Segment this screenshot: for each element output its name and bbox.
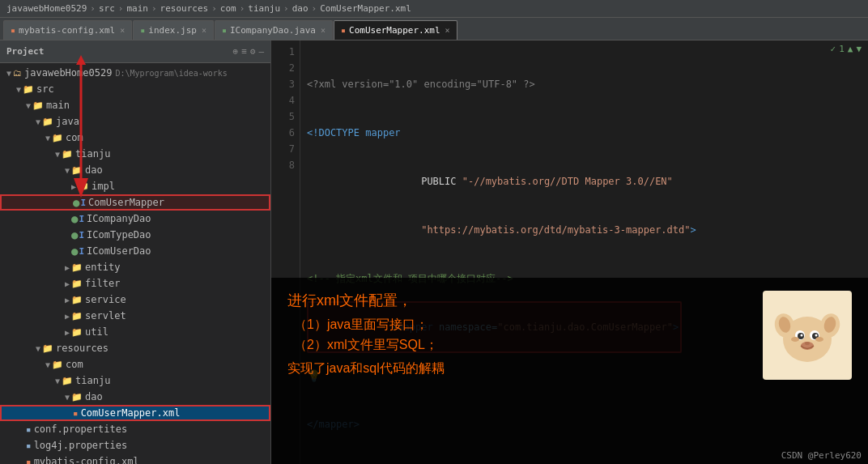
tree-item-src[interactable]: ▼ 📁 src [0, 81, 270, 97]
tree-item-main[interactable]: ▼ 📁 main [0, 97, 270, 113]
dtd-url: "https://mybatis.org/dtd/mybatis-3-mappe… [421, 224, 690, 236]
tree-item-com[interactable]: ▼ 📁 com [0, 130, 270, 146]
breadcrumb-sep: › [118, 3, 124, 14]
code-line-4: "https://mybatis.org/dtd/mybatis-3-mappe… [307, 222, 862, 238]
tree-item-label: util [85, 326, 108, 338]
annotation-footer: 实现了java和sql代码的解耦 [287, 360, 747, 377]
tab-label: index.jsp [148, 25, 197, 36]
folder-icon: 📁 [71, 279, 83, 289]
props-file-icon: ▪ [26, 441, 32, 451]
public-keyword: PUBLIC [421, 176, 462, 187]
tree-item-service[interactable]: ▶ 📁 service [0, 292, 270, 308]
tree-item-label: dao [85, 164, 103, 176]
expand-arrow: ▼ [36, 117, 40, 126]
tree-item-servlet[interactable]: ▶ 📁 servlet [0, 308, 270, 324]
tree-item-entity[interactable]: ▶ 📁 entity [0, 259, 270, 275]
svg-point-11 [815, 334, 818, 337]
tree-item-label: ComUserMapper.xml [81, 407, 181, 419]
xml-file-icon: ▪ [11, 26, 15, 35]
expand-arrow: ▶ [71, 182, 76, 191]
settings-icon[interactable]: ⚙ [250, 46, 256, 57]
code-line-2: <!DOCTYPE mapper [307, 125, 862, 141]
breadcrumb-sep: › [240, 3, 245, 14]
annotation-text: 进行xml文件配置， （1）java里面写接口； （2）xml文件里写SQL； … [287, 291, 747, 451]
scroll-up-icon[interactable]: ▲ [848, 44, 853, 54]
folder-icon: 📁 [71, 295, 83, 305]
tree-item-comusermapper-java[interactable]: ● I ComUserMapper [0, 194, 270, 211]
line-number: 7 [271, 141, 295, 157]
tree-item-icomuserdao[interactable]: ● I IComUserDao [0, 243, 270, 259]
doctype-close: > [691, 224, 696, 236]
breadcrumb-item: main [126, 3, 148, 14]
code-content: PUBLIC "-//mybatis.org//DTD Mapper 3.0//… [307, 157, 673, 206]
expand-arrow: ▼ [6, 69, 11, 78]
tree-item-log4j-props[interactable]: ▪ log4j.properties [0, 437, 270, 453]
svg-point-13 [791, 337, 799, 342]
sidebar-title: Project [6, 46, 44, 57]
dog-avatar [767, 295, 848, 376]
editor-panel: 1 2 3 4 5 6 7 8 <?xml version="1.0" enco… [271, 40, 868, 464]
tree-item-tianju[interactable]: ▼ 📁 tianju [0, 146, 270, 162]
props-file-icon: ▪ [26, 424, 32, 435]
svg-point-14 [815, 337, 823, 342]
tree-item-label: dao [85, 391, 103, 402]
breadcrumb: javawebHome0529 › src › main › resources… [6, 3, 411, 14]
interface-icon: ● [71, 212, 78, 225]
tree-item-java[interactable]: ▼ 📁 java [0, 113, 270, 130]
tab-close-icon[interactable]: × [202, 26, 206, 35]
tab-mybatis-config[interactable]: ▪ mybatis-config.xml × [3, 20, 132, 40]
tree-item-conf-props[interactable]: ▪ conf.propertites [0, 421, 270, 437]
tree-item-icompanydao[interactable]: ● I ICompanyDao [0, 211, 270, 227]
tree-item-icomtypedao[interactable]: ● I IComTypeDao [0, 227, 270, 243]
annotation-title: 进行xml文件配置， [287, 291, 747, 310]
tab-close-icon[interactable]: × [120, 26, 125, 35]
code-content: "https://mybatis.org/dtd/mybatis-3-mappe… [307, 206, 696, 254]
breadcrumb-sep: › [90, 3, 96, 14]
tree-item-filter[interactable]: ▶ 📁 filter [0, 275, 270, 292]
tab-comusermapper[interactable]: ▪ ComUserMapper.xml × [334, 20, 457, 40]
tree-item-label: com [66, 132, 83, 143]
tree-item-dao[interactable]: ▼ 📁 dao [0, 162, 270, 178]
expand-arrow: ▶ [65, 328, 70, 337]
annotation-image [763, 291, 852, 380]
app-window: javawebHome0529 › src › main › resources… [0, 0, 868, 464]
tree-item-impl[interactable]: ▶ 📁 impl [0, 178, 270, 194]
tree-item-dao2[interactable]: ▼ 📁 dao [0, 389, 270, 405]
doctype-tag: <!DOCTYPE mapper [307, 125, 401, 141]
tree-item-com2[interactable]: ▼ 📁 com [0, 356, 270, 372]
tree-item-root[interactable]: ▼ 🗂 javawebHome0529 D:\Myprogram\idea-wo… [0, 65, 270, 81]
tab-icompanydao[interactable]: ▪ ICompanyDao.java × [215, 20, 333, 40]
collapse-icon[interactable]: ≡ [241, 46, 247, 57]
tab-close-icon[interactable]: × [445, 26, 450, 35]
tree-item-label: java [56, 116, 79, 127]
line-count: 1 [839, 44, 845, 54]
tree-item-label: impl [91, 181, 115, 192]
breadcrumb-item: resources [160, 3, 209, 14]
tree-item-resources[interactable]: ▼ 📁 resources [0, 340, 270, 356]
tree-item-label: tianju [75, 375, 110, 386]
line-number: 4 [271, 92, 295, 109]
folder-icon: 📁 [42, 343, 53, 354]
expand-arrow: ▼ [65, 393, 70, 402]
tree-item-mybatis-config[interactable]: ▪ mybatis-config.xml [0, 453, 270, 464]
tree-item-util[interactable]: ▶ 📁 util [0, 324, 270, 340]
expand-arrow: ▼ [26, 101, 31, 110]
java-file-icon: I [80, 198, 86, 208]
folder-icon: 📁 [52, 360, 63, 370]
tree-item-tianju2[interactable]: ▼ 📁 tianju [0, 372, 270, 389]
tree-item-comusermapper-xml[interactable]: ▪ ComUserMapper.xml [0, 405, 270, 421]
tab-close-icon[interactable]: × [321, 26, 326, 35]
tree-item-label: filter [85, 278, 120, 289]
minimize-icon[interactable]: — [258, 46, 264, 57]
java-file-icon: I [79, 230, 84, 241]
tab-index-jsp[interactable]: ▪ index.jsp × [133, 20, 214, 40]
file-tree: ▼ 🗂 javawebHome0529 D:\Myprogram\idea-wo… [0, 63, 270, 464]
tree-item-label: IComTypeDao [87, 229, 151, 241]
dtd-public-id: "-//mybatis.org//DTD Mapper 3.0//EN" [462, 176, 673, 187]
line-number: 8 [271, 157, 295, 173]
breadcrumb-item: tianju [248, 3, 280, 14]
expand-arrow: ▶ [65, 312, 70, 321]
sync-icon[interactable]: ⊕ [233, 46, 239, 57]
tree-item-label: service [85, 294, 126, 305]
scroll-down-icon[interactable]: ▼ [856, 44, 862, 54]
